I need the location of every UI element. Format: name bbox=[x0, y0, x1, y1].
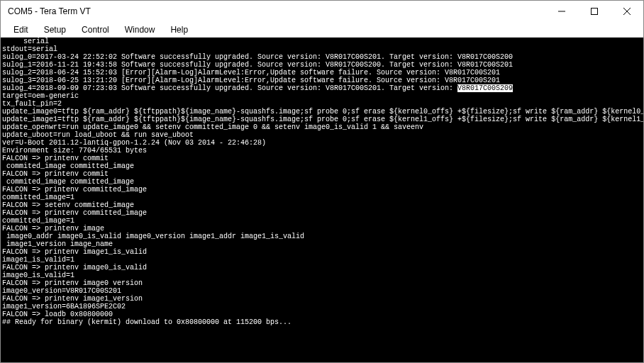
terminal-highlight: V8R017C00S209 bbox=[457, 84, 513, 92]
terminal-line: sulog_4=2018-09-09 07:23:03 Software suc… bbox=[2, 84, 642, 92]
menubar: Edit Setup Control Window Help bbox=[1, 22, 643, 38]
terminal-line: tx_fault_pin=2 bbox=[2, 100, 642, 108]
menu-edit[interactable]: Edit bbox=[6, 23, 35, 36]
terminal-line: sulog_3=2018-06-25 13:21:20 [Error][Alar… bbox=[2, 77, 642, 84]
terminal-line: update_image1=tftp ${ram_addr} ${tftppat… bbox=[2, 116, 642, 123]
terminal-line: serial bbox=[2, 38, 642, 45]
terminal-line: FALCON => printenv committed_image bbox=[2, 209, 642, 217]
terminal-line: image0_is_valid=1 bbox=[2, 272, 642, 279]
terminal-line: sulog_1=2016-11-21 19:43:58 Software suc… bbox=[2, 61, 642, 69]
terminal-line: ## Ready for binary (kermit) download to… bbox=[2, 318, 642, 326]
terminal-line: commited_image committed_image bbox=[2, 178, 642, 186]
terminal-line: image0_addr image0_is_valid image0_versi… bbox=[2, 233, 642, 240]
minimize-icon bbox=[558, 8, 565, 15]
terminal-line: FALCON => printenv image bbox=[2, 225, 642, 233]
terminal-line: FALCON => printenv image1_version bbox=[2, 295, 642, 303]
terminal-line: update_image0=tftp ${ram_addr} ${tftppat… bbox=[2, 108, 642, 116]
terminal-line: sulog_2=2018-06-24 15:52:03 [Error][Alar… bbox=[2, 69, 642, 77]
terminal-line: update_openwrt=run update_image0 && sete… bbox=[2, 123, 642, 131]
terminal-line: ver=U-Boot 2011.12-lantiq-gpon-1.2.24 (N… bbox=[2, 139, 642, 147]
terminal-line: FALCON => printenv commit bbox=[2, 170, 642, 178]
menu-window[interactable]: Window bbox=[118, 23, 162, 36]
terminal-line: Environment size: 7704/65531 bytes bbox=[2, 147, 642, 155]
menu-setup[interactable]: Setup bbox=[37, 23, 73, 36]
terminal-line: FALCON => printenv image0 version bbox=[2, 279, 642, 287]
window-controls bbox=[545, 1, 643, 22]
terminal-line: target=oem-generic bbox=[2, 92, 642, 100]
close-button[interactable] bbox=[611, 1, 643, 22]
window-title: COM5 - Tera Term VT bbox=[8, 6, 545, 16]
terminal-output[interactable]: serialstdout=serialsulog_0=2017-03-24 22… bbox=[1, 38, 643, 362]
terminal-line: image0_version=V8R017C00S201 bbox=[2, 287, 642, 295]
terminal-line: FALCON => loadb 0x80800000 bbox=[2, 311, 642, 318]
maximize-button[interactable] bbox=[578, 1, 611, 22]
terminal-line: FALCON => printenv commit bbox=[2, 155, 642, 162]
terminal-line: FALCON => printenv committed_image bbox=[2, 186, 642, 194]
terminal-line: update_uboot=run load_uboot && run save_… bbox=[2, 131, 642, 139]
menu-help[interactable]: Help bbox=[163, 23, 195, 36]
minimize-button[interactable] bbox=[545, 1, 578, 22]
app-window: COM5 - Tera Term VT Edit Setup Control W… bbox=[0, 0, 644, 363]
terminal-line: commited_image committed_image bbox=[2, 162, 642, 170]
terminal-line: image1_version image_name bbox=[2, 240, 642, 248]
terminal-line: FALCON => printenv image0_is_valid bbox=[2, 264, 642, 272]
terminal-line: committed_image=1 bbox=[2, 217, 642, 225]
terminal-line: image1_is_valid=1 bbox=[2, 256, 642, 264]
maximize-icon bbox=[591, 8, 598, 15]
terminal-line: stdout=serial bbox=[2, 45, 642, 53]
close-icon bbox=[623, 8, 631, 15]
terminal-line: FALCON => setenv commited_image bbox=[2, 201, 642, 209]
terminal-line: sulog_0=2017-03-24 22:52:02 Software suc… bbox=[2, 53, 642, 61]
terminal-line: FALCON => printenv image1_is_valid bbox=[2, 248, 642, 256]
menu-control[interactable]: Control bbox=[74, 23, 116, 36]
terminal-line: image1_version=6BA1896SPE2C02 bbox=[2, 303, 642, 311]
terminal-line: committed_image=1 bbox=[2, 194, 642, 201]
titlebar: COM5 - Tera Term VT bbox=[1, 1, 643, 22]
svg-rect-1 bbox=[592, 9, 598, 15]
